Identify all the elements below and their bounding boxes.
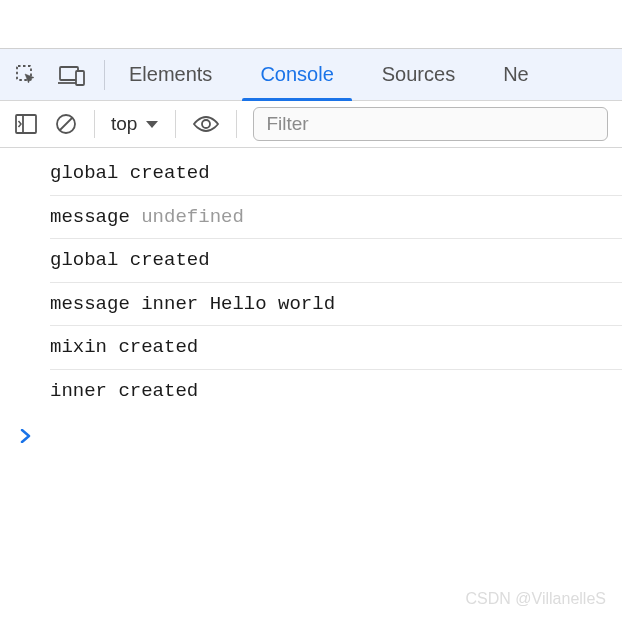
- log-row: global created: [50, 239, 622, 283]
- chevron-down-icon: [145, 113, 159, 135]
- context-label: top: [111, 113, 137, 135]
- live-expression-icon[interactable]: [192, 114, 220, 134]
- toggle-sidebar-icon[interactable]: [14, 113, 38, 135]
- watermark: CSDN @VillanelleS: [466, 590, 606, 608]
- svg-rect-4: [16, 115, 36, 133]
- tab-network[interactable]: Ne: [479, 49, 553, 101]
- log-row: message undefined: [50, 196, 622, 240]
- svg-line-7: [60, 118, 73, 131]
- devtools-tabs-bar: Elements Console Sources Ne: [0, 48, 622, 100]
- svg-point-8: [202, 120, 210, 128]
- console-toolbar: top: [0, 100, 622, 148]
- tab-console[interactable]: Console: [236, 49, 357, 101]
- inspect-icon[interactable]: [14, 63, 38, 87]
- context-selector[interactable]: top: [111, 113, 159, 135]
- log-row: message inner Hello world: [50, 283, 622, 327]
- filter-input[interactable]: [253, 107, 608, 141]
- log-row: global created: [50, 152, 622, 196]
- console-prompt[interactable]: [0, 413, 622, 448]
- clear-console-icon[interactable]: [54, 112, 78, 136]
- device-toolbar-icon[interactable]: [58, 63, 86, 87]
- console-output: global createdmessage undefinedglobal cr…: [0, 148, 622, 413]
- tab-sources[interactable]: Sources: [358, 49, 479, 101]
- log-row: mixin created: [50, 326, 622, 370]
- log-row: inner created: [50, 370, 622, 413]
- prompt-chevron-icon: [20, 427, 32, 447]
- tab-elements[interactable]: Elements: [105, 49, 236, 101]
- svg-rect-3: [76, 71, 84, 85]
